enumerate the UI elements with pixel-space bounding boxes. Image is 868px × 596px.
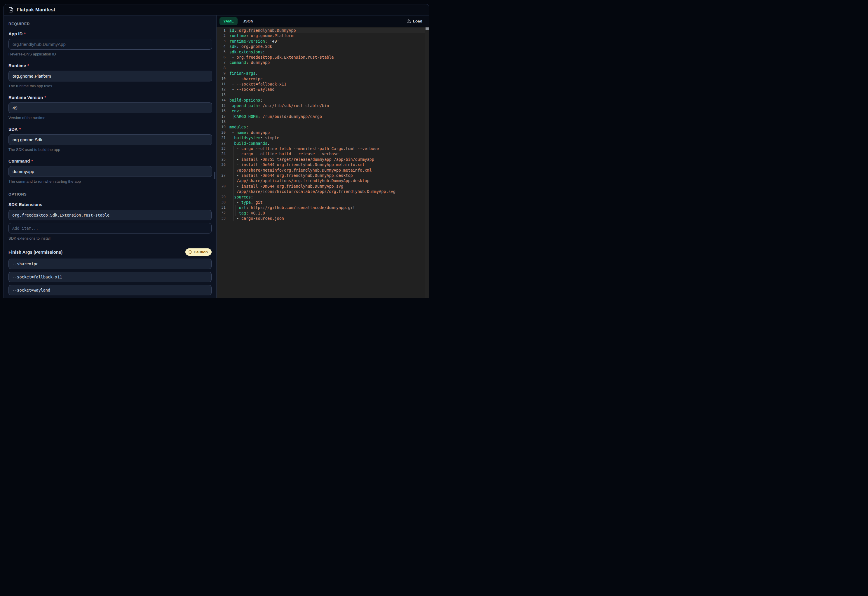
line-number: 29 — [217, 195, 229, 200]
code-line: build-options: — [229, 97, 425, 103]
code-line: - name: dummyapp — [229, 130, 425, 135]
sdk-extensions-help: SDK extensions to install — [9, 236, 212, 240]
runtime-input[interactable] — [9, 71, 212, 81]
code-line: command: dummyapp — [229, 60, 425, 65]
line-number: 24 — [217, 151, 229, 156]
shield-icon — [188, 250, 192, 254]
load-button[interactable]: Load — [405, 19, 424, 24]
required-asterisk: * — [19, 127, 21, 131]
finish-arg-row — [9, 258, 216, 269]
code-line: append-path: /usr/lib/sdk/rust-stable/bi… — [229, 103, 425, 108]
required-asterisk: * — [27, 63, 29, 68]
code-line: - --share=ipc — [229, 76, 425, 81]
field-label-text: Runtime — [9, 63, 26, 68]
sdk-extension-add-input[interactable] — [9, 223, 212, 233]
tab-yaml[interactable]: YAML — [220, 17, 238, 25]
editor-scrollbar[interactable] — [425, 27, 429, 298]
required-fields: App ID*Reverse-DNS application IDRuntime… — [9, 31, 212, 184]
code-line: - --socket=fallback-x11 — [229, 81, 425, 87]
page-title: Flatpak Manifest — [17, 7, 55, 13]
field-label: Runtime Version* — [9, 95, 212, 100]
finish-arg-row — [9, 272, 216, 282]
tab-json[interactable]: JSON — [239, 17, 257, 25]
line-number: 21 — [217, 135, 229, 140]
load-button-label: Load — [413, 19, 422, 24]
field-command: Command*The command to run when starting… — [9, 158, 212, 184]
line-number: 2 — [217, 33, 229, 38]
code-line: modules: — [229, 124, 425, 130]
required-asterisk: * — [44, 95, 46, 100]
finish-arg-item-input[interactable] — [9, 258, 212, 269]
field-label-text: App ID — [9, 31, 22, 36]
sdk-input[interactable] — [9, 134, 212, 145]
sdk-extension-add-row — [9, 223, 216, 233]
line-number: 17 — [217, 114, 229, 119]
app-id-input[interactable] — [9, 39, 212, 50]
form-scrollbar-thumb[interactable] — [214, 172, 216, 179]
finish-arg-item-input[interactable] — [9, 272, 212, 282]
field-help: Version of the runtime — [9, 116, 212, 120]
field-label-text: Runtime Version — [9, 95, 43, 100]
line-number: 5 — [217, 49, 229, 55]
window-header: Flatpak Manifest — [4, 4, 429, 15]
line-number: 1 — [217, 28, 229, 33]
code-line: - cargo --offline fetch --manifest-path … — [229, 146, 425, 151]
field-label: Command* — [9, 158, 212, 164]
code-line: build-commands: — [229, 141, 425, 146]
field-help: Reverse-DNS application ID — [9, 52, 212, 56]
line-number: 15 — [217, 103, 229, 108]
finish-arg-item-input[interactable] — [9, 285, 212, 295]
required-asterisk: * — [31, 158, 33, 164]
command-input[interactable] — [9, 166, 212, 177]
code-line: - install -Dm644 org.friendlyhub.DummyAp… — [229, 162, 425, 173]
code-line: id: org.friendlyhub.DummyApp — [229, 28, 425, 33]
line-number: 23 — [217, 146, 229, 151]
manifest-form-panel: REQUIRED App ID*Reverse-DNS application … — [4, 15, 216, 298]
code-line: - install -Dm644 org.friendlyhub.DummyAp… — [229, 173, 425, 184]
field-sdk: SDK*The SDK used to build the app — [9, 127, 212, 152]
code-line: sources: — [229, 195, 425, 200]
upload-icon — [407, 19, 411, 24]
line-number: 9 — [217, 71, 229, 76]
code-line: - cargo-sources.json — [229, 216, 425, 221]
code-grid: 1id: org.friendlyhub.DummyApp2runtime: o… — [217, 28, 425, 221]
line-number: 22 — [217, 141, 229, 146]
code-line: finish-args: — [229, 71, 425, 76]
line-number: 7 — [217, 60, 229, 65]
sdk-extensions-label: SDK Extensions — [9, 202, 42, 207]
sdk-extension-row — [9, 210, 216, 220]
line-number: 14 — [217, 97, 229, 103]
field-label: SDK* — [9, 127, 212, 131]
line-number: 19 — [217, 124, 229, 130]
field-label: App ID* — [9, 31, 212, 36]
code-line: buildsystem: simple — [229, 135, 425, 140]
file-code-icon — [8, 7, 14, 13]
finish-args-label: Finish Args (Permissions) — [9, 249, 62, 255]
code-line — [229, 92, 425, 97]
field-label: Runtime* — [9, 63, 212, 68]
line-number: 28 — [217, 184, 229, 195]
code-line: - org.freedesktop.Sdk.Extension.rust-sta… — [229, 55, 425, 60]
line-number: 32 — [217, 211, 229, 216]
form-scrollbar[interactable] — [214, 15, 216, 298]
line-number: 25 — [217, 157, 229, 162]
sdk-extension-item-input[interactable] — [9, 210, 212, 220]
field-help: The SDK used to build the app — [9, 148, 212, 152]
code-line: url: https://github.com/icemaltacode/dum… — [229, 205, 425, 210]
preview-tabbar: YAML JSON Load — [217, 15, 429, 27]
section-label-options: OPTIONS — [9, 192, 212, 196]
line-number: 18 — [217, 119, 229, 124]
line-number: 30 — [217, 200, 229, 205]
runtime-version-input[interactable] — [9, 102, 212, 113]
code-line: CARGO_HOME: /run/build/dummyapp/cargo — [229, 114, 425, 119]
section-label-required: REQUIRED — [9, 22, 212, 26]
code-line: sdk: org.gnome.Sdk — [229, 44, 425, 49]
code-line: env: — [229, 108, 425, 114]
code-line: runtime-version: '49' — [229, 38, 425, 44]
flatpak-manifest-card: Flatpak Manifest REQUIRED App ID*Reverse… — [3, 4, 429, 298]
field-help: The runtime this app uses — [9, 84, 212, 88]
code-line: sdk-extensions: — [229, 49, 425, 55]
code-line: - type: git — [229, 200, 425, 205]
line-number: 27 — [217, 173, 229, 184]
editor-scrollbar-thumb[interactable] — [425, 27, 429, 30]
